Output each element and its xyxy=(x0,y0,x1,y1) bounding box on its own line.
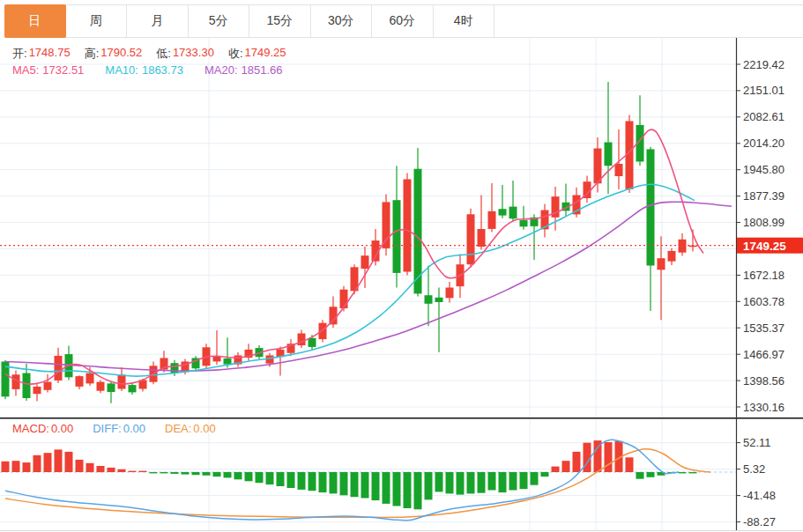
macd-bar xyxy=(171,472,179,474)
macd-bar xyxy=(562,461,570,472)
close-readout: 收:1749.25 xyxy=(228,46,286,62)
candle-body xyxy=(520,220,528,226)
macd-axis-label: 52.11 xyxy=(743,436,771,449)
macd-bar xyxy=(689,472,697,473)
diff-readout: DIFF:0.00 xyxy=(93,422,145,435)
macd-bar xyxy=(12,461,20,472)
candle-body xyxy=(658,258,665,270)
macd-bar xyxy=(245,472,253,481)
macd-bar xyxy=(33,455,41,472)
macd-bar xyxy=(65,452,73,472)
macd-bar xyxy=(478,472,486,493)
ohlc-legend: 开:1748.75 高:1790.52 低:1733.30 收:1749.25 xyxy=(12,46,286,62)
tab-60min[interactable]: 60分 xyxy=(372,5,434,37)
ma10-readout: MA10:1863.73 xyxy=(105,63,183,77)
tab-15min[interactable]: 15分 xyxy=(249,5,311,37)
tab-5min[interactable]: 5分 xyxy=(189,5,250,37)
macd-bar xyxy=(277,472,285,486)
macd-bar xyxy=(160,472,168,473)
main-candlestick-chart[interactable]: 2219.422151.012082.612014.201945.801877.… xyxy=(0,38,803,417)
macd-bar xyxy=(605,442,613,472)
price-axis-label: 1672.18 xyxy=(743,269,784,282)
price-axis-label: 1398.56 xyxy=(743,374,784,388)
ma20-line xyxy=(5,202,732,371)
candle-body xyxy=(340,290,348,308)
candle-body xyxy=(224,358,232,365)
tab-day[interactable]: 日 xyxy=(4,4,66,38)
svg-text:1749.25: 1749.25 xyxy=(743,240,786,253)
candle-body xyxy=(129,385,137,392)
ma-legend: MA5:1732.51 MA10:1863.73 MA20:1851.66 xyxy=(12,63,283,77)
macd-bar xyxy=(552,467,560,472)
macd-bar xyxy=(55,449,63,472)
macd-bar xyxy=(330,472,338,493)
macd-bar xyxy=(203,472,211,476)
macd-bar xyxy=(414,472,422,509)
macd-bar xyxy=(531,472,539,485)
candle-body xyxy=(499,209,507,215)
candle-body xyxy=(594,149,602,184)
candle-body xyxy=(171,363,179,373)
candle-body xyxy=(330,307,338,324)
macd-bar xyxy=(129,471,137,472)
candles-layer xyxy=(2,82,697,403)
tab-30min[interactable]: 30分 xyxy=(311,5,373,37)
candle-body xyxy=(668,251,676,262)
candle-body xyxy=(118,374,126,388)
macd-bar xyxy=(319,472,327,492)
macd-bar xyxy=(266,472,274,484)
vertical-gridlines xyxy=(209,38,662,417)
candle-body xyxy=(33,387,41,394)
macd-bar xyxy=(224,472,232,477)
macd-bar xyxy=(467,472,475,493)
candle-body xyxy=(647,149,655,265)
ma10-line xyxy=(5,184,695,376)
period-tab-bar: 日 周 月 5分 15分 30分 60分 4时 xyxy=(4,4,803,38)
tab-week[interactable]: 周 xyxy=(66,5,128,37)
macd-readout: MACD:0.00 xyxy=(12,422,73,435)
macd-bar xyxy=(383,472,390,504)
macd-bar xyxy=(393,472,401,506)
candle-body xyxy=(44,382,52,390)
macd-bar xyxy=(108,468,115,472)
price-axis-label: 1330.16 xyxy=(743,401,784,414)
candle-body xyxy=(309,338,316,347)
candle-body xyxy=(605,143,613,166)
price-axis-label: 1466.97 xyxy=(743,348,784,361)
macd-bar xyxy=(626,457,634,472)
macd-bar xyxy=(213,472,221,477)
macd-bar xyxy=(97,466,105,472)
price-axis-label: 2014.20 xyxy=(743,137,784,150)
candle-body xyxy=(509,207,517,219)
macd-bar xyxy=(340,472,348,495)
price-axis-label: 1603.78 xyxy=(743,295,784,308)
macd-bar xyxy=(457,472,465,495)
price-axis-label: 1877.39 xyxy=(743,189,784,203)
macd-bar xyxy=(2,462,10,472)
macd-bar xyxy=(488,472,496,491)
tab-4hour[interactable]: 4时 xyxy=(434,5,495,37)
candle-body xyxy=(108,383,115,392)
candle-body xyxy=(435,298,443,302)
price-axis-label: 1808.99 xyxy=(743,216,784,229)
candle-body xyxy=(86,373,94,384)
ma20-readout: MA20:1851.66 xyxy=(204,63,283,77)
high-readout: 高:1790.52 xyxy=(85,46,143,62)
macd-bar xyxy=(234,472,242,479)
macd-legend: MACD:0.00 DIFF:0.00 DEA:0.00 xyxy=(12,422,216,435)
macd-bar xyxy=(192,472,200,475)
dea-readout: DEA:0.00 xyxy=(165,422,216,435)
macd-bar xyxy=(118,469,126,472)
ma5-readout: MA5:1732.51 xyxy=(12,63,84,77)
macd-bar xyxy=(309,472,316,491)
macd-bar xyxy=(509,472,517,491)
tab-month[interactable]: 月 xyxy=(127,5,189,37)
current-price-tag: 1749.25 xyxy=(737,238,803,254)
macd-bar xyxy=(404,472,412,508)
candle-body xyxy=(446,288,454,299)
macd-axis-label: 5.32 xyxy=(743,462,765,476)
macd-bar xyxy=(636,472,644,479)
macd-bar xyxy=(372,472,380,500)
candle-body xyxy=(319,323,327,339)
candle-body xyxy=(425,295,433,304)
